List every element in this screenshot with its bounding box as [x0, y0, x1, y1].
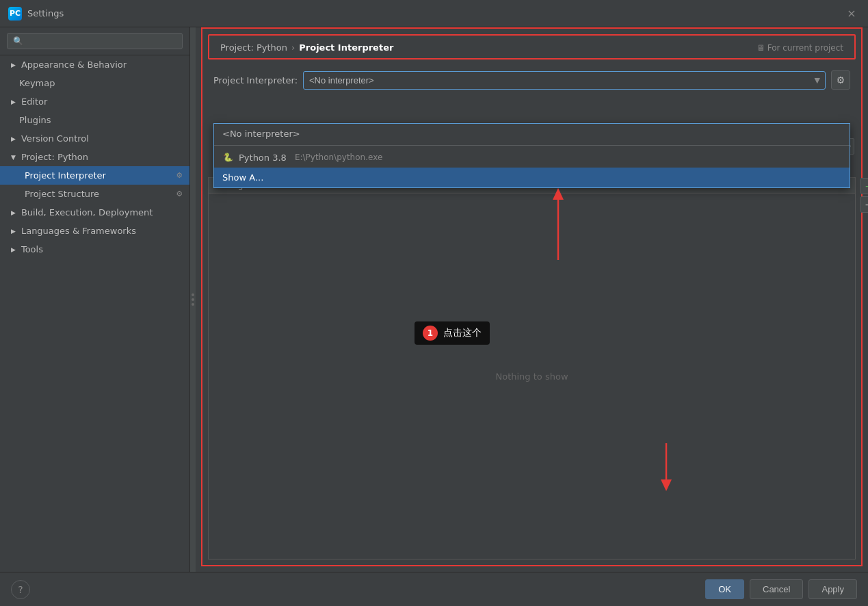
search-input[interactable]: [7, 33, 183, 49]
apply-button[interactable]: Apply: [808, 579, 857, 599]
sidebar-item-label: Version Control: [21, 133, 89, 144]
sidebar-item-label: Languages & Frameworks: [21, 226, 136, 236]
sidebar-item-label: Project Interpreter: [25, 170, 172, 181]
chevron-right-icon: ▶: [11, 246, 16, 253]
tooltip-text: 点击这个: [443, 327, 482, 339]
sidebar-search-bar: [0, 27, 189, 55]
sidebar-item-label: Project: Python: [21, 152, 88, 162]
help-label: ?: [18, 584, 23, 595]
dropdown-item-python38[interactable]: 🐍 Python 3.8 E:\Python\python.exe: [214, 147, 850, 168]
dropdown-item-label: Python 3.8: [239, 153, 287, 163]
interpreter-label: Project Interpreter:: [213, 75, 298, 85]
cancel-button[interactable]: Cancel: [750, 579, 803, 599]
resize-handle[interactable]: [190, 27, 196, 572]
sidebar-item-label: Project Structure: [25, 189, 172, 199]
chevron-right-icon: ▶: [11, 209, 16, 216]
remove-package-button[interactable]: −: [860, 196, 868, 213]
packages-table: Package Version Latest version Nothing t…: [208, 177, 856, 559]
file-icon: ⚙: [176, 189, 183, 198]
chevron-right-icon: ▶: [11, 98, 16, 105]
python-icon: 🐍: [222, 152, 233, 163]
sidebar-item-version-control[interactable]: ▶ Version Control: [0, 129, 189, 148]
interpreter-select-wrapper: <No interpreter> ▼: [303, 71, 826, 90]
sidebar: ▶ Appearance & Behavior Keymap ▶ Editor …: [0, 27, 190, 572]
sidebar-item-label: Tools: [21, 244, 43, 254]
for-current-project: 🖥 For current project: [757, 43, 843, 53]
action-buttons: OK Cancel Apply: [705, 579, 857, 599]
window-title: Settings: [27, 8, 64, 18]
sidebar-item-editor[interactable]: ▶ Editor: [0, 92, 189, 111]
chevron-down-icon: ▼: [11, 154, 16, 161]
dropdown-divider: [214, 145, 850, 146]
close-button[interactable]: ×: [843, 5, 860, 22]
ok-button[interactable]: OK: [705, 579, 744, 599]
title-bar: PC Settings ×: [0, 0, 868, 27]
content-inner: Project: Python › Project Interpreter 🖥 …: [201, 27, 863, 566]
file-icon: ⚙: [176, 171, 183, 180]
gear-button[interactable]: ⚙: [831, 70, 850, 90]
sidebar-item-label: Editor: [21, 96, 47, 107]
app-icon: PC: [8, 7, 22, 21]
sidebar-item-label: Appearance & Behavior: [21, 60, 127, 70]
empty-table-message: Nothing to show: [209, 194, 855, 559]
title-bar-left: PC Settings: [8, 7, 64, 21]
sidebar-item-keymap[interactable]: Keymap: [0, 74, 189, 92]
sidebar-item-label: Plugins: [19, 115, 51, 125]
main-layout: ▶ Appearance & Behavior Keymap ▶ Editor …: [0, 27, 868, 572]
dropdown-item-label: <No interpreter>: [222, 129, 300, 139]
content-area: Project: Python › Project Interpreter 🖥 …: [196, 27, 868, 572]
monitor-icon: 🖥: [757, 43, 765, 53]
sidebar-item-languages-frameworks[interactable]: ▶ Languages & Frameworks: [0, 222, 189, 240]
sidebar-item-appearance[interactable]: ▶ Appearance & Behavior: [0, 55, 189, 74]
resize-dots: [192, 293, 194, 306]
sidebar-item-plugins[interactable]: Plugins: [0, 111, 189, 129]
sidebar-item-project-structure[interactable]: Project Structure ⚙: [0, 185, 189, 203]
breadcrumb-parent: Project: Python: [220, 42, 287, 53]
breadcrumb-separator: ›: [291, 42, 295, 53]
interpreter-dropdown: <No interpreter> 🐍 Python 3.8 E:\Python\…: [213, 123, 850, 188]
breadcrumb-current: Project Interpreter: [299, 42, 393, 53]
dropdown-item-no-interpreter[interactable]: <No interpreter>: [214, 124, 850, 144]
annotation-tooltip: 1 点击这个: [415, 321, 490, 345]
step-number: 1: [423, 326, 438, 341]
sidebar-item-label: Keymap: [19, 78, 55, 88]
sidebar-item-label: Build, Execution, Deployment: [21, 207, 153, 218]
add-package-button[interactable]: +: [860, 178, 868, 194]
chevron-right-icon: ▶: [11, 62, 16, 68]
sidebar-item-build-execution[interactable]: ▶ Build, Execution, Deployment: [0, 203, 189, 222]
bottom-bar: ? OK Cancel Apply: [0, 572, 868, 606]
dropdown-item-show-all[interactable]: Show A...: [214, 168, 850, 187]
breadcrumb: Project: Python › Project Interpreter 🖥 …: [208, 34, 856, 60]
sidebar-item-project-python[interactable]: ▼ Project: Python: [0, 148, 189, 166]
python-path: E:\Python\python.exe: [295, 153, 382, 162]
dropdown-item-label: Show A...: [222, 172, 263, 183]
sidebar-item-tools[interactable]: ▶ Tools: [0, 240, 189, 259]
chevron-right-icon: ▶: [11, 228, 16, 235]
table-action-buttons: + −: [860, 178, 868, 213]
help-button[interactable]: ?: [11, 580, 30, 599]
interpreter-row: Project Interpreter: <No interpreter> ▼ …: [202, 65, 861, 95]
interpreter-select[interactable]: <No interpreter>: [303, 71, 826, 90]
sidebar-item-project-interpreter[interactable]: Project Interpreter ⚙: [0, 166, 189, 185]
chevron-right-icon: ▶: [11, 135, 16, 142]
